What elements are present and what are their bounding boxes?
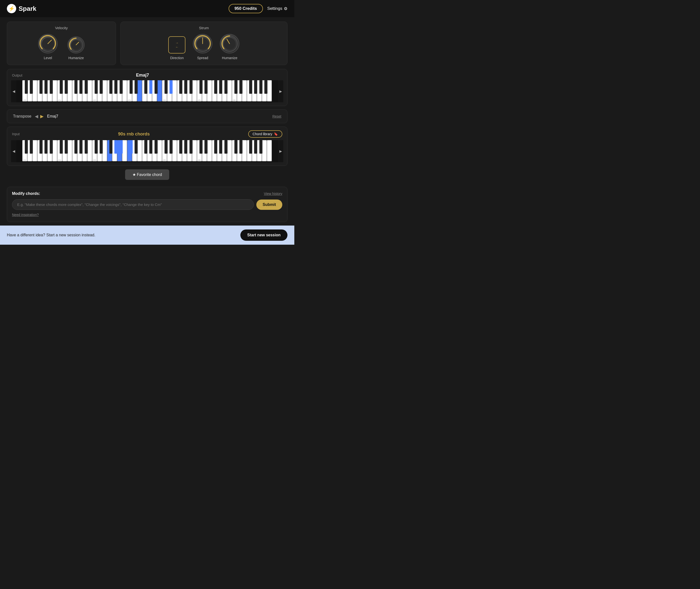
svg-rect-88 bbox=[200, 80, 203, 94]
svg-rect-15 bbox=[32, 80, 37, 102]
transpose-left-arrow[interactable]: ◀ bbox=[34, 113, 39, 120]
input-piano-keys: C1 C2 C3 C4 C5 C6 bbox=[16, 140, 278, 162]
header-right: 950 Credits Settings ⚙ bbox=[229, 4, 288, 13]
svg-rect-36 bbox=[137, 80, 142, 102]
reset-button[interactable]: Reset bbox=[272, 115, 281, 118]
svg-rect-22 bbox=[67, 80, 72, 102]
input-keyboard-header: Input 90s rnb chords Chord library 🔖 bbox=[11, 130, 283, 138]
strum-humanize-knob[interactable] bbox=[220, 34, 239, 53]
svg-rect-190 bbox=[254, 140, 257, 154]
svg-rect-65 bbox=[39, 80, 43, 94]
output-piano-keys: /* rendered inline */ bbox=[16, 80, 278, 102]
transpose-right-arrow[interactable]: ▶ bbox=[40, 113, 44, 120]
svg-rect-141 bbox=[192, 140, 197, 161]
output-piano: ◀ /* rendered inline */ bbox=[11, 80, 283, 102]
velocity-humanize-label: Humanize bbox=[68, 56, 84, 60]
svg-rect-109 bbox=[32, 140, 37, 161]
output-keyboard-header: Output Emaj7 bbox=[11, 73, 283, 78]
bottom-bar: Have a different idea? Start a new sessi… bbox=[0, 225, 294, 245]
svg-rect-93 bbox=[235, 80, 238, 94]
svg-text:C1: C1 bbox=[58, 99, 61, 102]
velocity-panel: Velocity Level bbox=[7, 22, 116, 65]
bottom-bar-text: Have a different idea? Start a new sessi… bbox=[7, 233, 95, 237]
svg-rect-174 bbox=[144, 140, 147, 154]
view-history-button[interactable]: View history bbox=[264, 192, 282, 196]
modify-input-row: Submit bbox=[12, 199, 282, 210]
strum-humanize-label: Humanize bbox=[222, 56, 238, 60]
favorite-chord-button[interactable]: ★ Favorite chord bbox=[125, 169, 169, 180]
spread-knob-container: Spread bbox=[193, 34, 213, 60]
svg-rect-120 bbox=[87, 140, 92, 161]
svg-rect-170 bbox=[114, 140, 117, 154]
svg-rect-75 bbox=[109, 80, 112, 94]
transpose-chord-name: Emaj7 bbox=[47, 114, 58, 119]
svg-rect-127 bbox=[122, 140, 127, 161]
svg-rect-82 bbox=[154, 80, 158, 94]
svg-rect-181 bbox=[190, 140, 193, 154]
strum-panel: Strum → ← Direction bbox=[120, 22, 288, 65]
settings-button[interactable]: Settings ⚙ bbox=[267, 6, 288, 11]
level-label: Level bbox=[44, 56, 52, 60]
svg-rect-185 bbox=[219, 140, 223, 154]
modify-chords-header: Modify chords: View history bbox=[12, 191, 282, 196]
spark-logo-icon: ⚡ bbox=[7, 4, 16, 13]
output-piano-scroll-left[interactable]: ◀ bbox=[11, 80, 16, 102]
svg-rect-84 bbox=[169, 80, 173, 94]
svg-rect-187 bbox=[235, 140, 238, 154]
svg-rect-137 bbox=[172, 140, 177, 161]
bookmark-icon: 🔖 bbox=[274, 132, 278, 136]
svg-rect-116 bbox=[67, 140, 72, 161]
input-piano-scroll-left[interactable]: ◀ bbox=[11, 140, 16, 162]
strum-humanize-knob-container: Humanize bbox=[220, 34, 239, 60]
logo: ⚡ Spark bbox=[7, 4, 36, 13]
submit-button[interactable]: Submit bbox=[256, 200, 282, 210]
svg-rect-166 bbox=[85, 140, 88, 154]
svg-rect-54 bbox=[227, 80, 232, 102]
svg-rect-63 bbox=[25, 80, 28, 94]
direction-arrows: → ← bbox=[176, 41, 179, 49]
start-new-session-button[interactable]: Start new session bbox=[240, 229, 288, 241]
svg-rect-26 bbox=[87, 80, 92, 102]
direction-button[interactable]: → ← bbox=[168, 36, 186, 53]
chord-library-label: Chord library bbox=[253, 132, 272, 136]
chord-library-button[interactable]: Chord library 🔖 bbox=[248, 130, 282, 138]
svg-rect-40 bbox=[157, 80, 162, 102]
transpose-left: Transpose ◀ ▶ Emaj7 bbox=[13, 113, 58, 120]
modify-chords-input[interactable] bbox=[12, 199, 254, 210]
svg-rect-182 bbox=[200, 140, 203, 154]
credits-button[interactable]: 950 Credits bbox=[229, 4, 263, 13]
svg-rect-173 bbox=[135, 140, 138, 154]
svg-rect-130 bbox=[137, 140, 142, 161]
input-chord-name: 90s rnb chords bbox=[118, 132, 149, 137]
svg-rect-71 bbox=[79, 80, 83, 94]
svg-rect-68 bbox=[60, 80, 63, 94]
svg-rect-96 bbox=[254, 80, 257, 94]
spread-label: Spread bbox=[197, 56, 208, 60]
transpose-bar: Transpose ◀ ▶ Emaj7 Reset bbox=[7, 110, 288, 123]
velocity-humanize-knob[interactable] bbox=[67, 36, 85, 53]
input-piano: ◀ bbox=[11, 140, 283, 162]
header: ⚡ Spark 950 Credits Settings ⚙ bbox=[0, 0, 294, 17]
svg-rect-156 bbox=[267, 140, 272, 161]
settings-icon: ⚙ bbox=[284, 6, 288, 11]
svg-rect-160 bbox=[44, 140, 48, 154]
output-piano-scroll-right[interactable]: ▶ bbox=[278, 80, 283, 102]
svg-rect-76 bbox=[114, 80, 117, 94]
svg-text:C5: C5 bbox=[198, 99, 201, 102]
svg-rect-180 bbox=[184, 140, 188, 154]
svg-rect-79 bbox=[135, 80, 138, 94]
svg-rect-144 bbox=[207, 140, 212, 161]
velocity-knobs: Level Humanize bbox=[13, 34, 110, 60]
svg-rect-78 bbox=[129, 80, 133, 94]
spread-knob[interactable] bbox=[193, 34, 213, 53]
svg-rect-179 bbox=[179, 140, 183, 154]
svg-rect-85 bbox=[179, 80, 183, 94]
level-knob[interactable] bbox=[38, 34, 58, 53]
input-piano-scroll-right[interactable]: ▶ bbox=[278, 140, 283, 162]
strum-controls: → ← Direction bbox=[126, 34, 281, 60]
input-keyboard-section: Input 90s rnb chords Chord library 🔖 ◀ bbox=[7, 127, 288, 166]
need-inspiration-link[interactable]: Need inspiration? bbox=[12, 213, 39, 217]
svg-rect-188 bbox=[239, 140, 243, 154]
svg-rect-175 bbox=[149, 140, 152, 154]
transpose-label: Transpose bbox=[13, 114, 31, 119]
